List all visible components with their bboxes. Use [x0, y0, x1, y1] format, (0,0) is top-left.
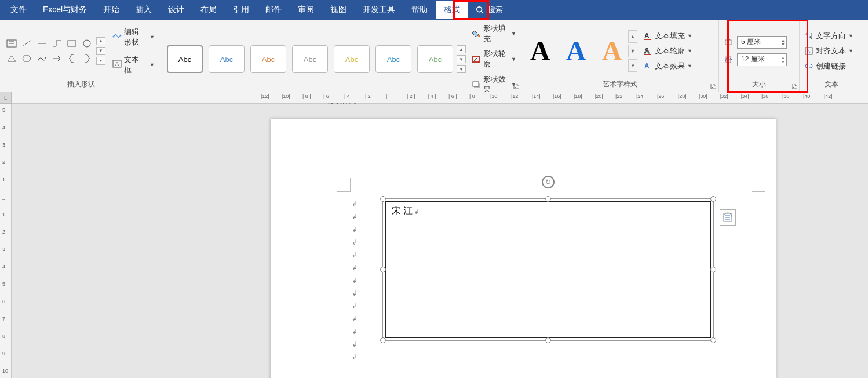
rotate-handle[interactable]: ↻	[542, 176, 555, 188]
width-spin-up[interactable]: ▲	[781, 56, 785, 60]
group-shape-styles: Abc Abc Abc Abc Abc Abc Abc ▲ ▼ ▾ 形状填充 ▼	[162, 20, 521, 92]
shapes-gallery[interactable]	[5, 37, 94, 66]
text-effects-icon: A	[643, 61, 652, 71]
style-thumb-1[interactable]: Abc	[167, 45, 203, 73]
style-thumb-5[interactable]: Abc	[334, 45, 370, 73]
wordart-scroll[interactable]: ▲ ▼ ▾	[628, 30, 637, 72]
style-scroll-expand[interactable]: ▾	[457, 65, 466, 73]
tab-design[interactable]: 设计	[160, 1, 192, 19]
shape-fill-button[interactable]: 形状填充 ▼	[472, 23, 516, 44]
shapes-scroll[interactable]: ▲ ▼ ▾	[96, 37, 105, 65]
wa-scroll-down[interactable]: ▼	[628, 45, 637, 57]
h-ruler-mark: |10|	[490, 93, 499, 99]
tab-references[interactable]: 引用	[225, 1, 257, 19]
size-launcher[interactable]	[790, 82, 798, 90]
tab-layout[interactable]: 布局	[192, 1, 225, 19]
h-ruler-mark: |22|	[615, 93, 624, 99]
shape-brace-r-icon[interactable]	[80, 52, 94, 66]
shape-rect-icon[interactable]	[65, 37, 79, 50]
textbox-shape[interactable]: 宋 江	[385, 201, 711, 338]
wordart-gallery[interactable]: A A A	[526, 30, 626, 72]
shape-style-gallery[interactable]: Abc Abc Abc Abc Abc Abc Abc	[167, 45, 453, 73]
shape-brace-l-icon[interactable]	[65, 52, 79, 66]
wordart-thumb-3[interactable]: A	[598, 30, 626, 72]
textbox-content[interactable]: 宋 江	[386, 202, 710, 221]
handle-bm[interactable]	[545, 337, 551, 343]
tab-home[interactable]: 开始	[95, 1, 127, 19]
tab-excel-finance[interactable]: Excel与财务	[35, 1, 95, 19]
wa-scroll-up[interactable]: ▲	[628, 30, 637, 43]
create-link-button[interactable]: 创建链接	[804, 61, 846, 71]
handle-bl[interactable]	[380, 337, 386, 343]
tab-insert[interactable]: 插入	[127, 1, 160, 19]
chevron-down-icon: ▼	[149, 62, 155, 68]
wordart-launcher[interactable]	[709, 82, 717, 90]
wordart-thumb-2[interactable]: A	[562, 30, 590, 72]
style-thumb-6[interactable]: Abc	[375, 45, 411, 73]
shape-triangle-icon[interactable]	[5, 52, 19, 66]
tab-file[interactable]: 文件	[2, 1, 35, 19]
vertical-ruler[interactable]: 54321_12345678910	[0, 104, 12, 378]
shapes-scroll-expand[interactable]: ▾	[96, 57, 105, 65]
tab-review[interactable]: 审阅	[290, 1, 322, 19]
handle-mr[interactable]	[710, 267, 716, 272]
v-ruler-mark: 5	[2, 281, 5, 287]
document-canvas[interactable]: 宋 江 ↻	[12, 104, 868, 378]
layout-options-button[interactable]	[720, 209, 736, 226]
margin-corner-tl	[337, 178, 351, 192]
shape-connector-icon[interactable]	[50, 37, 64, 50]
text-effects-button[interactable]: A 文本效果 ▼	[643, 61, 692, 71]
svg-point-16	[478, 35, 480, 37]
shape-line2-icon[interactable]	[35, 37, 49, 50]
shapes-scroll-down[interactable]: ▼	[96, 47, 105, 55]
text-outline-icon: A	[643, 46, 652, 56]
width-input[interactable]: 12 厘米 ▲▼	[737, 53, 787, 66]
handle-tr[interactable]	[710, 196, 716, 202]
tab-mailings[interactable]: 邮件	[257, 1, 290, 19]
tab-dev-tools[interactable]: 开发工具	[355, 1, 403, 19]
horizontal-ruler[interactable]: |12||10|| 8 || 6 || 4 || 2 ||| 2 || 4 ||…	[12, 92, 868, 103]
style-thumb-3[interactable]: Abc	[250, 45, 286, 73]
style-thumb-7[interactable]: Abc	[417, 45, 453, 73]
svg-line-21	[515, 85, 518, 88]
edit-shape-button[interactable]: 编辑形状 ▼	[110, 26, 157, 49]
shape-textbox-icon[interactable]	[5, 37, 19, 50]
shape-outline-button[interactable]: 形状轮廓 ▼	[472, 49, 516, 70]
tab-view[interactable]: 视图	[322, 1, 355, 19]
text-direction-button[interactable]: AA 文字方向 ▼	[804, 31, 854, 41]
shape-effects-icon	[472, 80, 481, 89]
height-spin-up[interactable]: ▲	[781, 38, 785, 42]
wordart-thumb-1[interactable]: A	[526, 30, 554, 72]
shape-hexagon-icon[interactable]	[20, 52, 34, 66]
shape-arrow-icon[interactable]	[50, 52, 64, 66]
style-scroll-up[interactable]: ▲	[457, 45, 466, 53]
wa-scroll-expand[interactable]: ▾	[628, 59, 637, 72]
text-fill-button[interactable]: A 文本填充 ▼	[643, 31, 692, 41]
style-thumb-4[interactable]: Abc	[292, 45, 328, 73]
textbox-button[interactable]: A 文本框 ▼	[110, 53, 157, 77]
tab-format[interactable]: 格式	[436, 1, 468, 19]
height-spin-down[interactable]: ▼	[781, 42, 785, 46]
svg-line-1	[482, 12, 484, 14]
search-wrap[interactable]: 搜索	[475, 5, 503, 15]
shape-circle-icon[interactable]	[80, 37, 94, 50]
style-scroll[interactable]: ▲ ▼ ▾	[457, 45, 466, 73]
h-ruler-mark: |32|	[720, 93, 728, 99]
shapes-scroll-up[interactable]: ▲	[96, 37, 105, 45]
height-input[interactable]: 5 厘米 ▲▼	[737, 36, 787, 49]
shape-line-icon[interactable]	[20, 37, 34, 50]
handle-br[interactable]	[710, 337, 716, 343]
shape-styles-launcher[interactable]	[512, 82, 520, 90]
text-outline-button[interactable]: A 文本轮廓 ▼	[643, 46, 692, 56]
group-label-wordart: 艺术字样式	[526, 78, 713, 90]
width-spin-down[interactable]: ▼	[781, 60, 785, 64]
style-scroll-down[interactable]: ▼	[457, 55, 466, 63]
style-thumb-2[interactable]: Abc	[209, 45, 245, 73]
tab-help[interactable]: 帮助	[403, 1, 436, 19]
align-text-label: 对齐文本	[816, 46, 846, 56]
group-insert-shapes: ▲ ▼ ▾ 编辑形状 ▼ A 文本框 ▼ 插入形状	[0, 20, 162, 92]
v-ruler-mark: 8	[2, 333, 5, 339]
align-text-button[interactable]: A 对齐文本 ▼	[804, 46, 854, 56]
textbox-label: 文本框	[124, 54, 146, 75]
shape-curved-icon[interactable]	[35, 52, 49, 66]
